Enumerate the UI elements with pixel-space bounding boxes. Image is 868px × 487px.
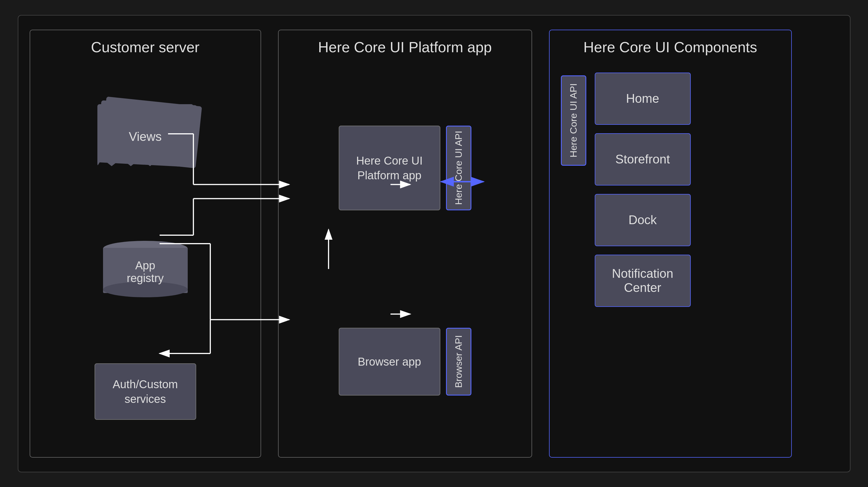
col3-api-column: Here Core UI API bbox=[561, 72, 586, 166]
app-registry-container: App registry bbox=[103, 241, 188, 297]
app-registry-cylinder: App registry bbox=[103, 241, 188, 297]
storefront-label: Storefront bbox=[615, 152, 670, 166]
col1-content: Views App registry Auth/Customservices bbox=[44, 72, 246, 449]
notification-center-label: NotificationCenter bbox=[612, 267, 674, 295]
here-core-ui-api-label: Here Core UI API bbox=[452, 131, 465, 205]
auth-custom-services-box: Auth/Customservices bbox=[95, 363, 196, 420]
home-label: Home bbox=[626, 91, 659, 105]
here-core-ui-api-label-col3: Here Core UI API bbox=[567, 83, 580, 157]
dock-label: Dock bbox=[628, 213, 657, 227]
col3-components-column: Home Storefront Dock NotificationCenter bbox=[595, 72, 780, 307]
platform-app-label: Here Core UIPlatform app bbox=[356, 153, 423, 183]
column3-title: Here Core UI Components bbox=[561, 39, 780, 56]
browser-section: Browser app Browser API bbox=[290, 328, 520, 396]
browser-app-box: Browser app bbox=[339, 328, 440, 396]
column-platform-app: Here Core UI Platform app Here Core UIPl… bbox=[278, 30, 532, 458]
views-label: Views bbox=[129, 129, 162, 144]
home-component-box: Home bbox=[595, 72, 691, 125]
column1-title: Customer server bbox=[44, 39, 246, 56]
platform-section: Here Core UIPlatform app Here Core UI AP… bbox=[290, 126, 520, 210]
main-container: Customer server Views App registry bbox=[18, 15, 850, 472]
dock-component-box: Dock bbox=[595, 194, 691, 246]
browser-app-label: Browser app bbox=[358, 354, 421, 369]
here-core-ui-api-bar: Here Core UI API bbox=[446, 126, 471, 210]
col2-content: Here Core UIPlatform app Here Core UI AP… bbox=[290, 72, 520, 449]
browser-api-bar: Browser API bbox=[446, 328, 471, 396]
column-customer-server: Customer server Views App registry bbox=[30, 30, 261, 458]
notification-center-component-box: NotificationCenter bbox=[595, 255, 691, 307]
app-registry-label: App registry bbox=[124, 259, 166, 284]
column2-title: Here Core UI Platform app bbox=[290, 39, 520, 56]
here-core-ui-api-bar-col3: Here Core UI API bbox=[561, 75, 586, 166]
views-container: Views bbox=[95, 101, 196, 175]
col3-content: Here Core UI API Home Storefront Dock No… bbox=[561, 72, 780, 449]
auth-label: Auth/Customservices bbox=[113, 377, 178, 406]
browser-api-label: Browser API bbox=[452, 335, 465, 388]
platform-app-box: Here Core UIPlatform app bbox=[339, 126, 440, 210]
column-components: Here Core UI Components Here Core UI API… bbox=[549, 30, 792, 458]
storefront-component-box: Storefront bbox=[595, 133, 691, 185]
